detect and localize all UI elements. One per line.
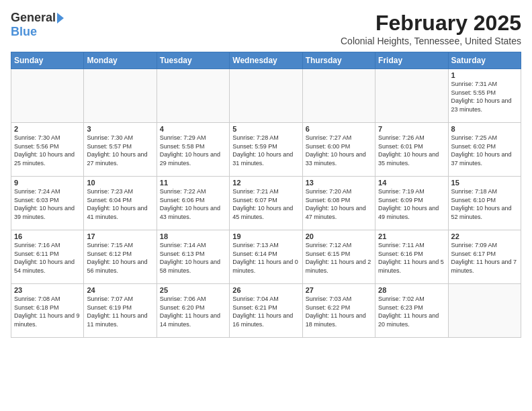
logo-blue-text: Blue <box>11 25 37 39</box>
day-number: 8 <box>451 125 518 133</box>
day-number: 10 <box>87 179 153 187</box>
calendar-cell: 20Sunrise: 7:12 AM Sunset: 6:15 PM Dayli… <box>302 230 375 284</box>
day-number: 9 <box>14 179 81 187</box>
day-info: Sunrise: 7:07 AM Sunset: 6:19 PM Dayligh… <box>87 295 153 328</box>
day-number: 16 <box>14 232 81 240</box>
calendar-cell: 12Sunrise: 7:21 AM Sunset: 6:07 PM Dayli… <box>230 177 302 230</box>
calendar-cell <box>302 69 375 123</box>
weekday-header-thursday: Thursday <box>302 52 375 69</box>
day-number: 25 <box>160 286 226 294</box>
calendar-cell: 26Sunrise: 7:04 AM Sunset: 6:21 PM Dayli… <box>230 284 302 338</box>
weekday-header-tuesday: Tuesday <box>157 52 229 69</box>
day-number: 17 <box>87 232 153 240</box>
day-number: 1 <box>451 71 518 79</box>
calendar-cell: 15Sunrise: 7:18 AM Sunset: 6:10 PM Dayli… <box>448 177 521 230</box>
day-number: 18 <box>160 232 226 240</box>
day-info: Sunrise: 7:19 AM Sunset: 6:09 PM Dayligh… <box>378 187 445 221</box>
day-number: 13 <box>306 179 372 187</box>
calendar-cell: 27Sunrise: 7:03 AM Sunset: 6:22 PM Dayli… <box>302 284 375 338</box>
calendar-cell: 28Sunrise: 7:02 AM Sunset: 6:23 PM Dayli… <box>375 284 448 338</box>
day-info: Sunrise: 7:12 AM Sunset: 6:15 PM Dayligh… <box>306 241 372 275</box>
day-number: 22 <box>451 232 518 240</box>
calendar-week-row: 16Sunrise: 7:16 AM Sunset: 6:11 PM Dayli… <box>11 230 521 284</box>
day-info: Sunrise: 7:14 AM Sunset: 6:13 PM Dayligh… <box>160 241 226 275</box>
day-number: 3 <box>87 125 153 133</box>
day-info: Sunrise: 7:04 AM Sunset: 6:21 PM Dayligh… <box>232 295 299 328</box>
calendar-cell: 5Sunrise: 7:28 AM Sunset: 5:59 PM Daylig… <box>230 123 302 177</box>
day-info: Sunrise: 7:22 AM Sunset: 6:06 PM Dayligh… <box>160 187 226 221</box>
weekday-header-monday: Monday <box>84 52 157 69</box>
calendar-week-row: 23Sunrise: 7:08 AM Sunset: 6:18 PM Dayli… <box>11 284 521 338</box>
calendar-week-row: 1Sunrise: 7:31 AM Sunset: 5:55 PM Daylig… <box>11 69 521 123</box>
title-block: February 2025 Colonial Heights, Tennesse… <box>341 11 521 46</box>
calendar-cell: 24Sunrise: 7:07 AM Sunset: 6:19 PM Dayli… <box>84 284 157 338</box>
day-info: Sunrise: 7:26 AM Sunset: 6:01 PM Dayligh… <box>378 134 445 167</box>
page: General Blue February 2025 Colonial Heig… <box>0 0 532 343</box>
day-number: 20 <box>306 232 372 240</box>
day-number: 15 <box>451 179 518 187</box>
day-number: 19 <box>232 232 299 240</box>
day-info: Sunrise: 7:18 AM Sunset: 6:10 PM Dayligh… <box>451 187 518 221</box>
calendar-cell: 22Sunrise: 7:09 AM Sunset: 6:17 PM Dayli… <box>448 230 521 284</box>
day-number: 24 <box>87 286 153 294</box>
day-info: Sunrise: 7:03 AM Sunset: 6:22 PM Dayligh… <box>306 295 372 328</box>
calendar-cell: 25Sunrise: 7:06 AM Sunset: 6:20 PM Dayli… <box>157 284 229 338</box>
logo: General Blue <box>11 11 64 39</box>
calendar-cell: 16Sunrise: 7:16 AM Sunset: 6:11 PM Dayli… <box>11 230 84 284</box>
calendar-week-row: 9Sunrise: 7:24 AM Sunset: 6:03 PM Daylig… <box>11 177 521 230</box>
calendar-cell: 10Sunrise: 7:23 AM Sunset: 6:04 PM Dayli… <box>84 177 157 230</box>
day-number: 26 <box>232 286 299 294</box>
day-number: 27 <box>306 286 372 294</box>
day-number: 4 <box>160 125 226 133</box>
calendar-cell <box>157 69 229 123</box>
weekday-header-friday: Friday <box>375 52 448 69</box>
calendar-week-row: 2Sunrise: 7:30 AM Sunset: 5:56 PM Daylig… <box>11 123 521 177</box>
day-number: 28 <box>378 286 445 294</box>
day-number: 23 <box>14 286 81 294</box>
calendar-cell: 17Sunrise: 7:15 AM Sunset: 6:12 PM Dayli… <box>84 230 157 284</box>
day-info: Sunrise: 7:15 AM Sunset: 6:12 PM Dayligh… <box>87 241 153 275</box>
calendar-cell: 19Sunrise: 7:13 AM Sunset: 6:14 PM Dayli… <box>230 230 302 284</box>
calendar-cell: 2Sunrise: 7:30 AM Sunset: 5:56 PM Daylig… <box>11 123 84 177</box>
weekday-header-saturday: Saturday <box>448 52 521 69</box>
weekday-header-wednesday: Wednesday <box>230 52 302 69</box>
month-title: February 2025 <box>341 11 521 36</box>
header: General Blue February 2025 Colonial Heig… <box>11 11 521 46</box>
day-info: Sunrise: 7:20 AM Sunset: 6:08 PM Dayligh… <box>306 187 372 221</box>
calendar-cell <box>375 69 448 123</box>
day-number: 14 <box>378 179 445 187</box>
day-info: Sunrise: 7:30 AM Sunset: 5:56 PM Dayligh… <box>14 134 81 167</box>
calendar-cell: 13Sunrise: 7:20 AM Sunset: 6:08 PM Dayli… <box>302 177 375 230</box>
calendar-cell: 9Sunrise: 7:24 AM Sunset: 6:03 PM Daylig… <box>11 177 84 230</box>
day-number: 21 <box>378 232 445 240</box>
calendar-cell: 6Sunrise: 7:27 AM Sunset: 6:00 PM Daylig… <box>302 123 375 177</box>
calendar-cell: 14Sunrise: 7:19 AM Sunset: 6:09 PM Dayli… <box>375 177 448 230</box>
day-info: Sunrise: 7:23 AM Sunset: 6:04 PM Dayligh… <box>87 187 153 221</box>
day-info: Sunrise: 7:30 AM Sunset: 5:57 PM Dayligh… <box>87 134 153 167</box>
weekday-header-sunday: Sunday <box>11 52 84 69</box>
day-info: Sunrise: 7:11 AM Sunset: 6:16 PM Dayligh… <box>378 241 445 275</box>
location-subtitle: Colonial Heights, Tennessee, United Stat… <box>341 36 521 46</box>
day-number: 11 <box>160 179 226 187</box>
day-info: Sunrise: 7:16 AM Sunset: 6:11 PM Dayligh… <box>14 241 81 275</box>
day-info: Sunrise: 7:02 AM Sunset: 6:23 PM Dayligh… <box>378 295 445 328</box>
calendar-cell <box>230 69 302 123</box>
weekday-header-row: SundayMondayTuesdayWednesdayThursdayFrid… <box>11 52 521 69</box>
calendar-cell: 7Sunrise: 7:26 AM Sunset: 6:01 PM Daylig… <box>375 123 448 177</box>
day-info: Sunrise: 7:06 AM Sunset: 6:20 PM Dayligh… <box>160 295 226 328</box>
calendar-cell: 11Sunrise: 7:22 AM Sunset: 6:06 PM Dayli… <box>157 177 229 230</box>
calendar-cell: 8Sunrise: 7:25 AM Sunset: 6:02 PM Daylig… <box>448 123 521 177</box>
day-number: 2 <box>14 125 81 133</box>
calendar-cell: 18Sunrise: 7:14 AM Sunset: 6:13 PM Dayli… <box>157 230 229 284</box>
day-info: Sunrise: 7:24 AM Sunset: 6:03 PM Dayligh… <box>14 187 81 221</box>
day-info: Sunrise: 7:08 AM Sunset: 6:18 PM Dayligh… <box>14 295 81 328</box>
day-info: Sunrise: 7:29 AM Sunset: 5:58 PM Dayligh… <box>160 134 226 167</box>
calendar-cell: 1Sunrise: 7:31 AM Sunset: 5:55 PM Daylig… <box>448 69 521 123</box>
logo-triangle-icon <box>57 13 64 24</box>
logo-general-text: General <box>11 11 56 25</box>
day-info: Sunrise: 7:13 AM Sunset: 6:14 PM Dayligh… <box>232 241 299 275</box>
day-info: Sunrise: 7:25 AM Sunset: 6:02 PM Dayligh… <box>451 134 518 167</box>
calendar-cell: 4Sunrise: 7:29 AM Sunset: 5:58 PM Daylig… <box>157 123 229 177</box>
day-info: Sunrise: 7:21 AM Sunset: 6:07 PM Dayligh… <box>232 187 299 221</box>
day-info: Sunrise: 7:28 AM Sunset: 5:59 PM Dayligh… <box>232 134 299 167</box>
